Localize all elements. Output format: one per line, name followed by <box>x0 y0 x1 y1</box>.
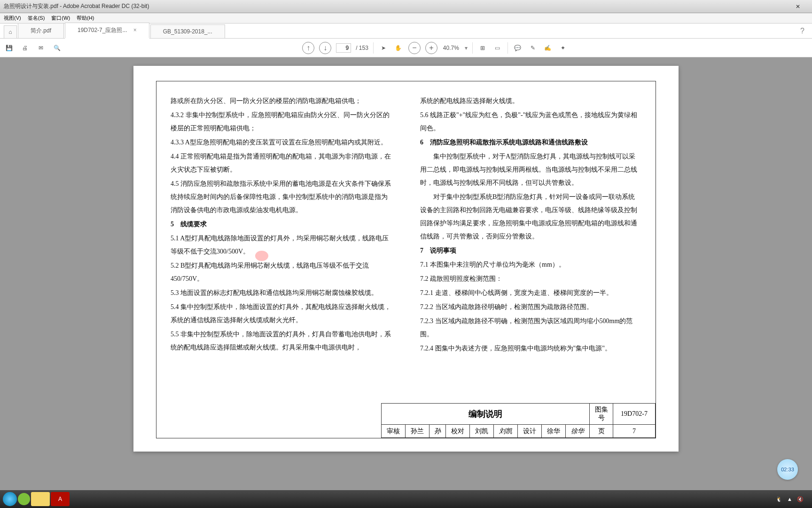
menu-view[interactable]: 视图(V) <box>4 15 21 22</box>
zoom-in-button[interactable]: + <box>425 42 437 54</box>
start-button[interactable] <box>3 492 17 506</box>
right-column: 系统的配电线路应选择耐火线缆。 5.6 线路正极"+"线应为红色，负极"-"线应… <box>406 81 656 438</box>
document-area[interactable]: 路或所在防火分区、同一防火分区的楼层的消防电源配电箱供电； 4.3.2 非集中控… <box>0 57 812 490</box>
menu-sign[interactable]: 签名(S) <box>28 15 45 22</box>
title-block-table-over: 编制说明 图集号 19D702-7 审核 孙兰 孙 校对 刘凯 刘凯 设计 徐华… <box>381 403 656 438</box>
page-number-input[interactable] <box>336 43 351 53</box>
page-up-button[interactable]: ↑ <box>302 42 314 54</box>
page-down-button[interactable]: ↓ <box>319 42 331 54</box>
tab-3-label: GB_51309-2018_... <box>163 28 212 35</box>
zoom-dropdown-icon[interactable]: ▾ <box>465 45 468 51</box>
fit-page-icon[interactable]: ▭ <box>492 43 503 53</box>
tab-2-close[interactable]: × <box>133 27 137 33</box>
mail-icon[interactable]: ✉ <box>36 43 46 53</box>
cursor-highlight <box>255 251 268 261</box>
zoom-out-button[interactable]: − <box>408 42 421 54</box>
clock-time: 02:33 <box>781 467 794 472</box>
tab-2-label: 19D702-7_应急照... <box>78 27 127 33</box>
comment-icon[interactable]: 💬 <box>513 43 523 53</box>
tab-bar: ⌂ 简介.pdf 19D702-7_应急照... × GB_51309-2018… <box>0 24 812 39</box>
network-icon[interactable]: 🔇 <box>797 496 804 502</box>
clock-widget[interactable]: 02:33 <box>777 459 798 480</box>
acrobat-icon[interactable]: A <box>51 492 70 506</box>
tab-1[interactable]: 简介.pdf <box>18 23 64 38</box>
taskbar[interactable]: A 🐧 ▲ 🔇 <box>0 490 812 508</box>
window-title: 急照明设计与安装.pdf - Adobe Acrobat Reader DC (… <box>4 2 149 10</box>
explorer-icon[interactable] <box>31 492 50 506</box>
print-icon[interactable]: 🖨 <box>20 43 30 53</box>
highlight-pen-icon[interactable]: ✎ <box>528 43 538 53</box>
title-bar: 急照明设计与安装.pdf - Adobe Acrobat Reader DC (… <box>0 0 812 13</box>
zoom-level[interactable]: 40.7% <box>442 44 460 52</box>
fit-width-icon[interactable]: ⊞ <box>477 43 488 53</box>
menu-bar: 视图(V) 签名(S) 窗口(W) 帮助(H) <box>0 13 812 24</box>
help-icon[interactable]: ? <box>800 27 804 38</box>
window-close-button[interactable]: ✕ <box>788 3 808 10</box>
save-icon[interactable]: 💾 <box>4 43 14 53</box>
stamp-icon[interactable]: ✦ <box>558 43 568 53</box>
system-tray[interactable]: 🐧 ▲ 🔇 <box>776 496 809 502</box>
browser-icon[interactable] <box>18 493 30 505</box>
pdf-page: 路或所在防火分区、同一防火分区的楼层的消防电源配电箱供电； 4.3.2 非集中控… <box>133 66 679 452</box>
tray-icon[interactable]: 🐧 <box>776 496 782 502</box>
left-column: 路或所在防火分区、同一防火分区的楼层的消防电源配电箱供电； 4.3.2 非集中控… <box>156 81 406 438</box>
menu-help[interactable]: 帮助(H) <box>77 15 94 22</box>
tray-icon[interactable]: ▲ <box>787 496 792 502</box>
page-total: / 153 <box>356 45 368 51</box>
tab-2-active[interactable]: 19D702-7_应急照... × <box>65 23 149 39</box>
search-icon[interactable]: 🔍 <box>52 43 62 53</box>
tab-3[interactable]: GB_51309-2018_... <box>150 24 225 38</box>
menu-window[interactable]: 窗口(W) <box>51 15 70 22</box>
hand-icon[interactable]: ✋ <box>393 43 404 53</box>
signature-icon[interactable]: ✍ <box>543 43 553 53</box>
tab-home[interactable]: ⌂ <box>4 25 17 38</box>
main-toolbar: 💾 🖨 ✉ 🔍 ↑ ↓ / 153 ➤ ✋ − + 40.7% ▾ ⊞ ▭ 💬 … <box>0 39 812 57</box>
pointer-icon[interactable]: ➤ <box>378 43 389 53</box>
tab-1-label: 简介.pdf <box>31 27 51 34</box>
